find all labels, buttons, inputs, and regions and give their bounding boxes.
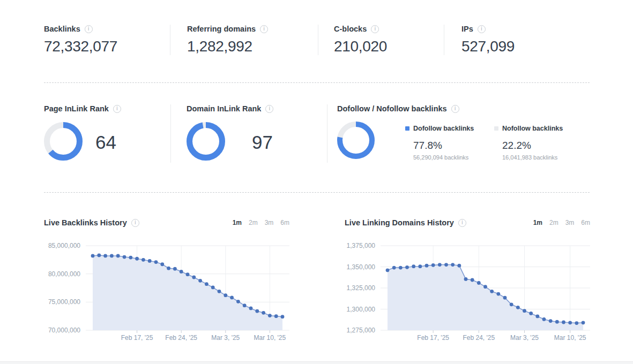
domain-inlink-rank-donut <box>187 122 225 163</box>
svg-text:80,000,000: 80,000,000 <box>48 270 80 278</box>
stat-backlinks-value: 72,332,077 <box>44 38 170 55</box>
info-icon[interactable] <box>371 25 379 33</box>
dofollow-nofollow-donut <box>337 122 375 161</box>
stat-c-blocks-value: 210,020 <box>334 38 444 55</box>
legend-dofollow[interactable]: Dofollow backlinks 77.8% 56,290,094 back… <box>405 122 486 161</box>
section-divider <box>44 192 590 193</box>
page-inlink-rank-value: 64 <box>95 132 116 153</box>
domain-inlink-rank-label: Domain InLink Rank <box>187 104 261 113</box>
stat-ips: IPs 527,099 <box>444 25 590 55</box>
svg-text:85,000,000: 85,000,000 <box>48 242 80 249</box>
range-2m[interactable]: 2m <box>549 219 558 226</box>
stat-ips-label: IPs <box>461 25 473 33</box>
svg-text:Mar 10, '25: Mar 10, '25 <box>554 334 586 342</box>
domain-inlink-rank-card: Domain InLink Rank 97 <box>170 104 327 163</box>
dofollow-legend-label: Dofollow backlinks <box>413 125 474 132</box>
svg-text:1,275,000: 1,275,000 <box>347 327 376 334</box>
stat-referring-domains: Referring domains 1,282,992 <box>170 25 318 55</box>
range-1m[interactable]: 1m <box>233 219 242 226</box>
backlinks-range-selector: 1m 2m 3m 6m <box>233 219 289 226</box>
nofollow-swatch-icon <box>494 126 498 131</box>
nofollow-percent: 22.2% <box>494 140 575 151</box>
range-6m[interactable]: 6m <box>280 219 289 226</box>
info-icon[interactable] <box>113 105 121 113</box>
charts-row: Live Backlinks History 1m 2m 3m 6m 70,00… <box>44 217 590 344</box>
svg-text:Mar 10, '25: Mar 10, '25 <box>254 334 286 342</box>
info-icon[interactable] <box>260 25 268 33</box>
svg-text:Feb 24, '25: Feb 24, '25 <box>165 334 197 342</box>
page-inlink-rank-donut <box>44 122 83 163</box>
info-icon[interactable] <box>265 105 273 113</box>
svg-text:1,375,000: 1,375,000 <box>347 242 376 249</box>
nofollow-detail: 16,041,983 backlinks <box>494 154 575 161</box>
stat-c-blocks: C-blocks 210,020 <box>318 25 444 55</box>
svg-text:75,000,000: 75,000,000 <box>48 298 80 306</box>
stat-c-blocks-label: C-blocks <box>334 25 367 33</box>
page-bottom-edge <box>0 361 633 364</box>
info-icon[interactable] <box>85 25 93 33</box>
range-2m[interactable]: 2m <box>249 219 258 226</box>
stat-backlinks: Backlinks 72,332,077 <box>44 25 170 55</box>
svg-text:Feb 17, '25: Feb 17, '25 <box>121 334 153 342</box>
backlink-dashboard: Backlinks 72,332,077 Referring domains 1… <box>0 0 633 364</box>
info-icon[interactable] <box>458 219 466 227</box>
svg-text:70,000,000: 70,000,000 <box>48 327 80 334</box>
dofollow-nofollow-card: Dofollow / Nofollow backlinks Dofollow b… <box>327 104 590 163</box>
page-inlink-rank-card: Page InLink Rank 64 <box>44 104 170 163</box>
stat-ips-value: 527,099 <box>461 38 590 55</box>
svg-text:1,300,000: 1,300,000 <box>347 306 376 313</box>
page-inlink-rank-label: Page InLink Rank <box>44 104 109 113</box>
linking-domains-range-selector: 1m 2m 3m 6m <box>533 219 590 226</box>
legend-nofollow[interactable]: Nofollow backlinks 22.2% 16,041,983 back… <box>494 122 575 161</box>
range-3m[interactable]: 3m <box>265 219 274 226</box>
dofollow-nofollow-title: Dofollow / Nofollow backlinks <box>337 104 447 113</box>
info-icon[interactable] <box>451 105 459 113</box>
linking-domains-history-chart[interactable]: 1,275,0001,300,0001,325,0001,350,0001,37… <box>345 238 590 344</box>
info-icon[interactable] <box>478 25 486 33</box>
summary-stats-row: Backlinks 72,332,077 Referring domains 1… <box>44 25 590 55</box>
nofollow-legend-label: Nofollow backlinks <box>502 125 563 132</box>
linking-domains-history-title: Live Linking Domains History <box>345 218 454 227</box>
svg-text:1,325,000: 1,325,000 <box>347 284 376 292</box>
domain-inlink-rank-value: 97 <box>252 132 273 153</box>
range-3m[interactable]: 3m <box>565 219 575 226</box>
dofollow-detail: 56,290,094 backlinks <box>405 154 486 161</box>
section-divider <box>44 82 590 83</box>
backlinks-history-section: Live Backlinks History 1m 2m 3m 6m 70,00… <box>44 217 289 344</box>
ranks-row: Page InLink Rank 64 Domain InLink Rank 9… <box>44 104 590 163</box>
svg-text:Feb 24, '25: Feb 24, '25 <box>463 334 495 342</box>
svg-text:Mar 3, '25: Mar 3, '25 <box>211 334 240 342</box>
stat-referring-domains-label: Referring domains <box>187 25 256 33</box>
backlinks-history-title: Live Backlinks History <box>44 218 127 227</box>
linking-domains-history-section: Live Linking Domains History 1m 2m 3m 6m… <box>345 217 590 344</box>
stat-backlinks-label: Backlinks <box>44 25 80 33</box>
info-icon[interactable] <box>131 219 139 227</box>
stat-referring-domains-value: 1,282,992 <box>187 38 318 55</box>
svg-text:Mar 3, '25: Mar 3, '25 <box>510 334 539 342</box>
svg-text:1,350,000: 1,350,000 <box>347 263 376 271</box>
dofollow-percent: 77.8% <box>405 140 486 151</box>
backlinks-history-chart[interactable]: 70,000,00075,000,00080,000,00085,000,000… <box>44 238 289 344</box>
range-6m[interactable]: 6m <box>581 219 590 226</box>
dofollow-swatch-icon <box>405 126 409 131</box>
svg-text:Feb 17, '25: Feb 17, '25 <box>417 334 449 342</box>
range-1m[interactable]: 1m <box>533 219 542 226</box>
